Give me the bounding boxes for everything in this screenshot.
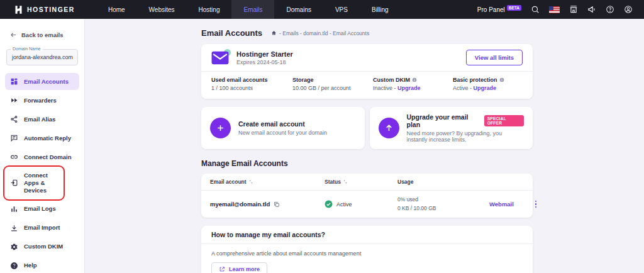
breadcrumb-path: - Emails - domain.tld - Email Accounts (279, 30, 369, 36)
storefront-icon[interactable] (569, 5, 578, 14)
pro-panel-toggle[interactable]: Pro PanelBETA (477, 6, 521, 13)
action-card-title: Upgrade your email plan (407, 113, 480, 128)
sidebar-item-label: Email Import (24, 224, 60, 231)
help-card: How to manage my email accounts? A compr… (201, 226, 533, 273)
sidebar-item-custom-dkim[interactable]: Custom DKIM (5, 238, 79, 255)
back-arrow-icon (10, 31, 17, 38)
stat-label: Custom DKIM (373, 77, 410, 83)
info-icon[interactable] (499, 77, 504, 82)
sidebar-item-label: Forwarders (24, 97, 57, 104)
search-icon[interactable] (531, 5, 540, 14)
column-label: Status (325, 179, 341, 185)
domain-select-label: Domain Name (11, 47, 43, 51)
bar-chart-icon (10, 205, 18, 213)
learn-more-label: Learn more (229, 266, 260, 272)
sidebar-item-help[interactable]: Help (5, 257, 79, 273)
action-card-title: Create email account (238, 120, 327, 128)
view-all-limits-button[interactable]: View all limits (466, 50, 523, 65)
us-flag-icon[interactable] (549, 6, 560, 13)
page-title: Email Accounts (201, 28, 262, 38)
manage-section-title: Manage Email Accounts (201, 159, 644, 168)
nav-hosting[interactable]: Hosting (187, 0, 232, 19)
nav-home[interactable]: Home (96, 0, 137, 19)
back-to-emails-label: Back to emails (21, 31, 64, 38)
webmail-link[interactable]: Webmail (489, 201, 528, 208)
column-email-account[interactable]: Email account (210, 179, 325, 185)
table-header: Email account Status Usage (201, 174, 533, 191)
pro-panel-label: Pro Panel (477, 6, 505, 13)
plan-stats: Used email accounts 1 / 100 accounts Sto… (201, 71, 533, 99)
upgrade-link[interactable]: Upgrade (474, 85, 497, 91)
sidebar-item-label: Help (24, 262, 37, 269)
stat-value: 1 / 100 accounts (211, 85, 292, 91)
stat-label: Basic protection (453, 77, 497, 83)
topbar: HOSTINGER Home Websites Hosting Emails D… (0, 0, 644, 19)
sidebar-item-connect-apps-devices[interactable]: Connect Apps & Devices (5, 167, 63, 199)
link-icon (10, 153, 18, 161)
table-row: myemail@domain.tld Active 0% used 0 KB /… (201, 191, 533, 218)
stat-value: Active - (453, 85, 472, 91)
back-to-emails-link[interactable]: Back to emails (0, 19, 84, 38)
sidebar-item-label: Connect Apps & Devices (24, 172, 58, 194)
topbar-right: Pro PanelBETA (477, 5, 644, 14)
sidebar-item-connect-domain[interactable]: Connect Domain (5, 148, 79, 165)
row-menu-kebab-icon[interactable] (528, 201, 544, 208)
device-icon (10, 179, 18, 187)
help-card-title: How to manage my email accounts? (201, 226, 533, 244)
sidebar-item-label: Custom DKIM (24, 243, 63, 250)
account-icon[interactable] (624, 5, 633, 14)
home-icon (271, 30, 277, 36)
copy-icon[interactable] (274, 201, 280, 208)
forward-icon (10, 96, 18, 104)
sidebar-item-forwarders[interactable]: Forwarders (5, 92, 79, 109)
info-icon[interactable] (412, 77, 417, 82)
action-card-description: New email account for your domain (238, 130, 327, 136)
stat-label: Used email accounts (211, 77, 268, 83)
help-icon[interactable] (606, 5, 614, 14)
sort-icon (248, 179, 253, 184)
nav-billing[interactable]: Billing (360, 0, 401, 19)
email-address: myemail@domain.tld (210, 201, 270, 208)
hostinger-logo-text: HOSTINGER (27, 6, 75, 13)
gear-icon (10, 243, 18, 251)
grid-icon (10, 77, 18, 86)
column-status[interactable]: Status (325, 179, 397, 185)
status-badge: Active (336, 201, 352, 208)
domain-select-value: jordana-alexandrea.com (7, 50, 77, 65)
share-icon (10, 115, 18, 123)
domain-select[interactable]: Domain Name jordana-alexandrea.com (6, 49, 78, 65)
usage-percent: 0% used (397, 196, 489, 204)
sidebar-menu: Email Accounts Forwarders Email Alias Au… (0, 73, 84, 273)
envelope-icon (211, 51, 229, 65)
sidebar: Back to emails Domain Name jordana-alexa… (0, 19, 85, 273)
announcements-icon[interactable] (587, 5, 596, 14)
upgrade-link[interactable]: Upgrade (397, 85, 421, 91)
sidebar-item-email-logs[interactable]: Email Logs (5, 201, 79, 218)
sidebar-item-automatic-reply[interactable]: Automatic Reply (5, 130, 79, 147)
hostinger-logo[interactable]: HOSTINGER (0, 5, 81, 14)
sidebar-item-email-alias[interactable]: Email Alias (5, 111, 79, 128)
sidebar-item-label: Automatic Reply (24, 135, 71, 142)
nav-emails[interactable]: Emails (231, 0, 274, 19)
download-icon (10, 224, 18, 232)
sidebar-item-label: Connect Domain (24, 153, 71, 161)
stat-custom-dkim: Custom DKIM Inactive - Upgrade (373, 77, 453, 91)
nav-vps[interactable]: VPS (323, 0, 360, 19)
stat-storage: Storage 10.00 GB / per account (292, 77, 373, 91)
plus-icon (210, 118, 231, 138)
sidebar-item-email-accounts[interactable]: Email Accounts (5, 73, 79, 90)
sidebar-item-email-import[interactable]: Email Import (5, 220, 79, 237)
top-navigation: Home Websites Hosting Emails Domains VPS… (96, 0, 401, 19)
upgrade-email-plan-card[interactable]: Upgrade your email planSPECIAL OFFER Nee… (370, 107, 533, 149)
learn-more-button[interactable]: Learn more (211, 262, 267, 273)
stat-basic-protection: Basic protection Active - Upgrade (453, 77, 523, 91)
nav-domains[interactable]: Domains (274, 0, 323, 19)
create-email-account-card[interactable]: Create email account New email account f… (201, 107, 365, 149)
column-usage: Usage (397, 179, 489, 185)
action-card-description: Need more power? By upgrading, you insta… (407, 130, 525, 143)
nav-websites[interactable]: Websites (137, 0, 187, 19)
plan-expiry: Expires 2024-05-18 (236, 59, 293, 65)
help-card-description: A comprehensive article about email acco… (211, 250, 523, 257)
breadcrumb[interactable]: - Emails - domain.tld - Email Accounts (271, 30, 369, 36)
email-accounts-table: Email account Status Usage myemail@domai… (201, 174, 533, 218)
